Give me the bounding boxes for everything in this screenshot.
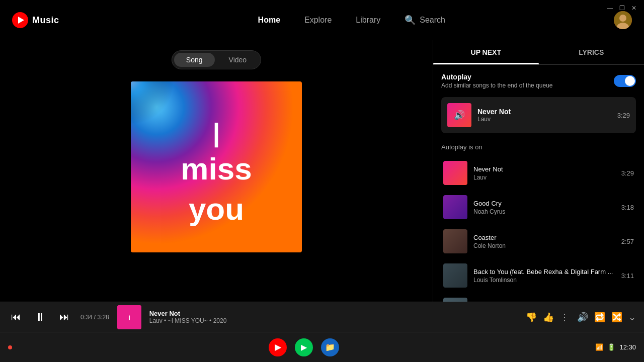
player-right: 🔊 🔁 🔀 ⌄ xyxy=(577,312,636,323)
time-display: 0:34 / 3:28 xyxy=(80,314,109,321)
autoplay-on-label: Autoplay is on xyxy=(441,143,636,151)
player-bar: ⏮ ⏸ ⏭ 0:34 / 3:28 i Never Not Lauv • ~I … xyxy=(0,302,644,332)
queue-title: Good Cry xyxy=(473,200,615,207)
battery-icon: 🔋 xyxy=(607,343,615,351)
autoplay-row: Autoplay Add similar songs to the end of… xyxy=(441,73,636,89)
now-playing-title: Never Not xyxy=(477,108,611,116)
queue-item[interactable]: Coaster Cole Norton 2:57 xyxy=(441,225,636,257)
queue-thumb xyxy=(443,195,467,219)
taskbar: ▶ ▶ 📁 📶 🔋 12:30 xyxy=(0,332,644,362)
search-label: Search xyxy=(420,16,445,25)
svg-rect-8 xyxy=(443,161,467,185)
video-view-button[interactable]: Video xyxy=(217,53,259,67)
autoplay-toggle[interactable] xyxy=(614,75,636,87)
more-button[interactable]: ⋮ xyxy=(560,312,569,323)
player-controls: ⏮ ⏸ ⏭ xyxy=(8,309,72,325)
album-art: | miss you xyxy=(131,81,302,252)
autoplay-info: Autoplay Add similar songs to the end of… xyxy=(441,73,552,89)
wifi-icon: 📶 xyxy=(595,343,603,351)
nav-home[interactable]: Home xyxy=(258,16,280,25)
right-content: Autoplay Add similar songs to the end of… xyxy=(433,65,644,332)
repeat-button[interactable]: 🔁 xyxy=(594,312,605,323)
thumbs-up-button[interactable]: 👍 xyxy=(543,312,554,323)
now-playing-artist: Lauv xyxy=(477,116,611,123)
autoplay-sub: Add similar songs to the end of the queu… xyxy=(441,82,552,89)
queue-duration: 2:57 xyxy=(621,238,634,245)
right-tabs: UP NEXT LYRICS xyxy=(433,40,644,65)
shuffle-button[interactable]: 🔀 xyxy=(611,312,622,323)
taskbar-app-play[interactable]: ▶ xyxy=(295,338,313,356)
taskbar-right: 📶 🔋 12:30 xyxy=(595,343,636,351)
queue-artist: Cole Norton xyxy=(473,242,615,249)
thumbs-down-button[interactable]: 👎 xyxy=(526,312,537,323)
tab-up-next[interactable]: UP NEXT xyxy=(433,40,539,64)
song-sub: Lauv • ~I MISS YOU~ • 2020 xyxy=(149,317,518,324)
taskbar-dot xyxy=(8,345,12,349)
queue-thumb xyxy=(443,161,467,185)
queue-info: Never Not Lauv xyxy=(473,165,615,181)
svg-text:|: | xyxy=(213,118,220,148)
taskbar-left xyxy=(8,345,12,349)
volume-button[interactable]: 🔊 xyxy=(577,312,588,323)
next-button[interactable]: ⏭ xyxy=(56,309,72,325)
queue-list: Never Not Lauv 3:29 Good Cry N xyxy=(441,157,636,326)
header: Music Home Explore Library 🔍 Search xyxy=(0,0,644,40)
svg-text:you: you xyxy=(189,192,244,226)
yt-music-icon: ▶ xyxy=(275,342,281,352)
close-button[interactable]: ✕ xyxy=(630,4,638,12)
clock: 12:30 xyxy=(619,343,636,351)
queue-item[interactable]: Back to You (feat. Bebe Rexha & Digital … xyxy=(441,259,636,292)
now-playing-duration: 3:29 xyxy=(617,112,630,119)
queue-item[interactable]: Good Cry Noah Cyrus 3:18 xyxy=(441,191,636,223)
minimize-button[interactable]: — xyxy=(606,4,614,12)
pause-button[interactable]: ⏸ xyxy=(32,309,48,325)
nav-search[interactable]: 🔍 Search xyxy=(405,15,445,26)
queue-artist: Louis Tomlinson xyxy=(473,277,615,284)
nav-library[interactable]: Library xyxy=(356,16,380,25)
song-info: Never Not Lauv • ~I MISS YOU~ • 2020 xyxy=(149,310,518,324)
queue-artist: Noah Cyrus xyxy=(473,208,615,215)
title-bar: — ❐ ✕ xyxy=(600,0,644,16)
logo-text: Music xyxy=(32,15,59,26)
total-time: 3:28 xyxy=(97,314,109,321)
autoplay-title: Autoplay xyxy=(441,73,552,81)
expand-button[interactable]: ⌄ xyxy=(628,312,636,323)
search-icon: 🔍 xyxy=(405,15,416,26)
logo-icon xyxy=(12,12,28,28)
queue-duration: 3:11 xyxy=(621,272,634,280)
taskbar-app-files[interactable]: 📁 xyxy=(321,338,339,356)
svg-rect-10 xyxy=(443,229,467,253)
speaker-icon: 🔊 xyxy=(454,110,465,121)
main: Song Video xyxy=(0,40,644,332)
now-playing-thumb: 🔊 xyxy=(447,103,471,127)
song-view-button[interactable]: Song xyxy=(174,53,215,67)
queue-artist: Lauv xyxy=(473,174,615,181)
svg-rect-11 xyxy=(443,263,467,288)
nav-explore[interactable]: Explore xyxy=(304,16,332,25)
queue-item[interactable]: Never Not Lauv 3:29 xyxy=(441,157,636,189)
queue-info: Back to You (feat. Bebe Rexha & Digital … xyxy=(473,268,615,284)
queue-duration: 3:29 xyxy=(621,169,634,177)
queue-info: Good Cry Noah Cyrus xyxy=(473,200,615,215)
now-playing-row[interactable]: 🔊 Never Not Lauv 3:29 xyxy=(441,97,636,133)
svg-text:miss: miss xyxy=(181,151,252,186)
queue-title: Never Not xyxy=(473,165,615,173)
nav: Home Explore Library 🔍 Search xyxy=(90,15,614,26)
queue-title: Coaster xyxy=(473,234,615,241)
taskbar-app-youtube-music[interactable]: ▶ xyxy=(269,338,287,356)
tab-lyrics[interactable]: LYRICS xyxy=(539,40,645,64)
song-title: Never Not xyxy=(149,310,518,317)
queue-title: Back to You (feat. Bebe Rexha & Digital … xyxy=(473,268,615,276)
queue-info: Coaster Cole Norton xyxy=(473,234,615,249)
queue-thumb xyxy=(443,263,467,288)
maximize-button[interactable]: ❐ xyxy=(618,4,626,12)
current-time: 0:34 xyxy=(80,314,92,321)
folder-icon: 📁 xyxy=(325,342,335,352)
queue-thumb xyxy=(443,229,467,253)
svg-text:i: i xyxy=(128,314,130,322)
prev-button[interactable]: ⏮ xyxy=(8,309,24,325)
song-thumb-small: i xyxy=(117,305,141,329)
now-playing-info: Never Not Lauv xyxy=(477,108,611,123)
logo[interactable]: Music xyxy=(12,12,59,28)
player-actions: 👎 👍 ⋮ xyxy=(526,312,569,323)
